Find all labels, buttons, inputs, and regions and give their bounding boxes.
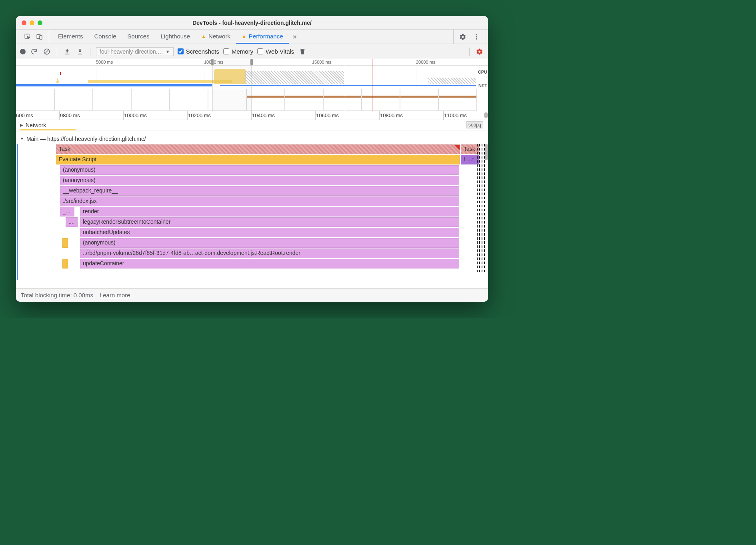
kebab-menu-icon[interactable] [472,32,481,41]
net-lane [16,84,477,87]
flame-frame[interactable]: __webpack_require__ [60,186,459,196]
tab-console[interactable]: Console [89,30,122,44]
profile-selector[interactable]: foul-heavenly-direction.… ▼ [96,47,174,56]
ruler-tick: 10600 ms [316,112,339,118]
titlebar: DevTools - foul-heavenly-direction.glitc… [16,16,488,30]
overview-tick: 20000 ms [416,60,435,64]
inspect-icon[interactable] [23,32,32,41]
ruler-tick: 10000 ms [124,112,147,118]
network-track[interactable]: ▶ Network soop.j [16,120,488,130]
web-vitals-label: Web Vitals [266,48,294,55]
close-window-button[interactable] [22,20,26,25]
flame-frame-tiny[interactable] [62,259,68,268]
svg-rect-2 [40,36,42,39]
settings-icon[interactable] [458,32,467,41]
performance-toolbar: foul-heavenly-direction.… ▼ Screenshots … [16,44,488,59]
screenshots-checkbox[interactable]: Screenshots [178,48,219,55]
flame-frame[interactable]: unbatchedUpdates [80,228,459,237]
load-profile-icon[interactable] [63,47,72,56]
flame-frame[interactable]: (anonymous) [60,165,459,175]
ruler-tick: 600 ms [16,112,33,118]
overview-tick: 10000 ms [204,60,223,64]
window-title: DevTools - foul-heavenly-direction.glitc… [16,20,488,26]
flame-frame[interactable]: updateContainer [80,259,459,268]
chevron-down-icon: ▼ [166,49,170,54]
flame-frame-tiny[interactable] [62,238,68,248]
expand-icon[interactable]: ▶ [20,123,23,127]
profile-name: foul-heavenly-direction.… [100,48,163,55]
vertical-scrollbar[interactable] [484,120,488,288]
total-blocking-time: Total blocking time: 0.00ms [21,292,93,299]
flame-evaluate-script[interactable]: Evaluate Script [56,155,460,164]
web-vitals-checkbox[interactable]: Web Vitals [257,48,294,55]
timeline-overview[interactable]: 5000 ms 10000 ms 15000 ms 20000 ms CPU N… [16,59,488,111]
record-button[interactable] [20,49,26,54]
flame-frame[interactable]: ./src/index.jsx [60,196,459,206]
flame-frame-small[interactable]: _…_ [60,207,74,216]
svg-point-4 [476,36,477,37]
tab-performance[interactable]: Performance [236,30,289,44]
save-profile-icon[interactable] [76,47,84,56]
ruler-tick: 10200 ms [188,112,211,118]
ruler-tick: 9800 ms [60,112,80,118]
tab-network[interactable]: Network [196,30,236,44]
svg-point-5 [476,38,477,39]
net-label: NET [478,83,487,88]
screenshots-input[interactable] [178,48,184,54]
ruler-scrollbar[interactable] [484,112,488,118]
tab-sources[interactable]: Sources [122,30,155,44]
flame-frame[interactable]: legacyRenderSubtreeIntoContainer [80,217,459,227]
memory-checkbox[interactable]: Memory [223,48,253,55]
cpu-lane [16,66,477,84]
reload-record-icon[interactable] [30,47,38,56]
screenshots-label: Screenshots [186,48,219,55]
overview-tick: 5000 ms [96,60,113,64]
network-track-header: Network [26,122,46,128]
devtools-window: DevTools - foul-heavenly-direction.glitc… [16,16,488,302]
network-activity-bar [20,129,76,130]
overview-tick: 15000 ms [312,60,331,64]
more-tabs-button[interactable]: » [289,30,301,44]
cpu-label: CPU [478,70,487,74]
device-toggle-icon[interactable] [35,32,44,41]
screenshot-thumbnails [16,89,477,111]
flame-frame[interactable]: (anonymous) [80,238,459,248]
memory-label: Memory [232,48,253,55]
lcp-marker [372,59,372,111]
flame-layout[interactable]: L…t [461,155,479,164]
detail-ruler[interactable]: 600 ms 9800 ms 10000 ms 10200 ms 10400 m… [16,111,488,120]
ruler-tick: 10800 ms [380,112,403,118]
flame-task[interactable]: Task [56,144,460,154]
trash-icon[interactable] [298,47,307,56]
traffic-lights [22,20,42,25]
flame-frame[interactable]: (anonymous) [60,176,459,185]
capture-settings-icon[interactable] [475,47,484,56]
flame-frame[interactable]: render [80,207,459,216]
flame-task[interactable]: Task [461,144,479,154]
network-request-pill[interactable]: soop.j [466,121,483,128]
minimize-window-button[interactable] [30,20,34,25]
fcp-marker [345,59,345,111]
ruler-tick: 11000 ms [444,112,467,118]
tab-elements[interactable]: Elements [52,30,89,44]
collapse-icon[interactable]: ▼ [20,136,24,141]
main-track-header: Main — https://foul-heavenly-direction.g… [26,136,146,142]
marker [60,72,61,75]
status-bar: Total blocking time: 0.00ms Learn more [16,288,488,302]
flame-chart[interactable]: ▶ Network soop.j ▼ Main — https://foul-h… [16,120,488,288]
svg-point-3 [476,34,477,35]
ruler-tick: 10400 ms [252,112,275,118]
main-track[interactable]: ▼ Main — https://foul-heavenly-direction… [16,134,488,274]
panel-tabs: Elements Console Sources Lighthouse Netw… [16,30,488,44]
flame-frame-small[interactable]: …. [66,217,78,227]
tab-lighthouse[interactable]: Lighthouse [155,30,196,44]
maximize-window-button[interactable] [38,20,42,25]
memory-input[interactable] [223,48,229,54]
flame-frame[interactable]: ../rbd/pnpm-volume/28d7f85f-31d7-4fd8-ab… [80,248,459,258]
clear-icon[interactable] [42,47,51,56]
learn-more-link[interactable]: Learn more [100,292,130,299]
web-vitals-input[interactable] [257,48,263,54]
